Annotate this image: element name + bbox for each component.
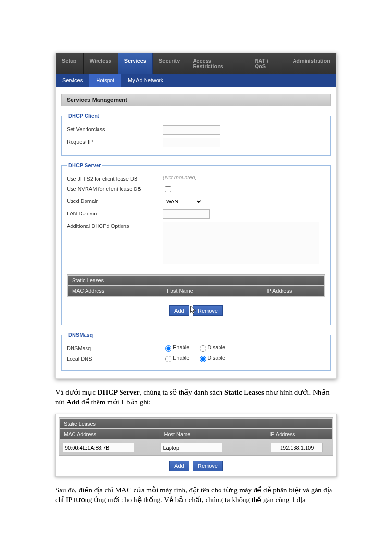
radio-dnsmasq-enable[interactable] — [165, 345, 172, 352]
static-leases-title-2: Static Leases — [60, 419, 332, 428]
radio-label-enable: Enable — [173, 355, 189, 361]
static-leases-box: Static Leases MAC Address Host Name IP A… — [67, 274, 325, 297]
label-lan-domain: LAN Domain — [67, 209, 163, 216]
legend-dhcp-server: DHCP Server — [67, 163, 102, 168]
input-lease-host[interactable] — [161, 443, 222, 452]
tab-wireless[interactable]: Wireless — [84, 53, 118, 74]
col-mac-address: MAC Address — [68, 286, 163, 296]
col-ip-address: IP Address — [262, 286, 324, 296]
remove-button-2[interactable]: Remove — [193, 461, 223, 471]
label-additional-dhcpd-options: Additional DHCPd Options — [67, 222, 163, 229]
col-host-name-2: Host Name — [160, 429, 266, 439]
tab-nat-qos[interactable]: NAT / QoS — [248, 53, 286, 74]
radio-dnsmasq-disable[interactable] — [200, 345, 206, 352]
label-jffs2: Use JFFS2 for client lease DB — [67, 175, 163, 182]
static-leases-header: MAC Address Host Name IP Address — [68, 286, 324, 296]
main-nav: Setup Wireless Services Security Access … — [56, 53, 336, 74]
legend-dhcp-client: DHCP Client — [67, 113, 101, 119]
input-lease-mac[interactable] — [63, 443, 134, 452]
label-nvram: Use NVRAM for client lease DB — [67, 185, 163, 192]
add-button[interactable]: Add — [169, 305, 189, 316]
add-button-2[interactable]: Add — [169, 461, 189, 471]
group-dhcp-client: DHCP Client Set Vendorclass Request IP — [61, 113, 331, 156]
static-leases-title: Static Leases — [68, 276, 324, 285]
subtab-hotspot[interactable]: Hotspot — [89, 74, 121, 87]
tab-administration[interactable]: Administration — [286, 53, 336, 74]
label-local-dns: Local DNS — [67, 354, 163, 362]
radio-label-disable: Disable — [208, 355, 225, 361]
radio-localdns-disable[interactable] — [200, 356, 206, 362]
radio-group-dnsmasq: Enable Disable — [163, 344, 325, 352]
input-request-ip[interactable] — [163, 138, 220, 147]
tab-security[interactable]: Security — [153, 53, 186, 74]
body-paragraph-2: Sau đó, điền địa chỉ MAC của mỗi máy tín… — [55, 485, 337, 505]
input-set-vendorclass[interactable] — [163, 125, 220, 135]
col-host-name: Host Name — [163, 286, 263, 296]
label-dnsmasq: DNSMasq — [67, 344, 163, 351]
group-dhcp-server: DHCP Server Use JFFS2 for client lease D… — [61, 163, 331, 325]
subtab-my-ad-network[interactable]: My Ad Network — [121, 74, 170, 87]
radio-label-disable: Disable — [208, 344, 225, 350]
static-leases-row — [60, 439, 332, 454]
subtab-services[interactable]: Services — [56, 74, 89, 87]
tab-services[interactable]: Services — [118, 53, 153, 74]
router-admin-screenshot-1: Setup Wireless Services Security Access … — [55, 53, 337, 379]
radio-localdns-enable[interactable] — [165, 356, 172, 362]
static-leases-box-2: Static Leases MAC Address Host Name IP A… — [59, 417, 333, 456]
col-ip-address-2: IP Address — [266, 429, 332, 439]
col-mac-address-2: MAC Address — [60, 429, 160, 439]
static-leases-header-2: MAC Address Host Name IP Address — [60, 429, 332, 439]
label-used-domain: Used Domain — [67, 197, 163, 204]
label-set-vendorclass: Set Vendorclass — [67, 125, 163, 132]
select-used-domain[interactable]: WAN — [163, 197, 203, 206]
leases-buttons-2: Add Remove — [59, 456, 333, 473]
checkbox-nvram[interactable] — [165, 186, 171, 192]
tab-setup[interactable]: Setup — [56, 53, 84, 74]
group-dnsmasq: DNSMasq DNSMasq Enable Disable Local DNS… — [61, 332, 331, 371]
remove-button[interactable]: Remove — [193, 305, 223, 316]
input-lan-domain[interactable] — [163, 209, 210, 219]
legend-dnsmasq: DNSMasq — [67, 332, 94, 338]
static-leases-screenshot-2: Static Leases MAC Address Host Name IP A… — [55, 414, 337, 477]
leases-buttons: Add Remove — [67, 297, 325, 318]
status-jffs2-not-mounted: (Not mounted) — [163, 175, 325, 180]
textarea-additional-dhcpd-options[interactable] — [163, 222, 319, 264]
label-request-ip: Request IP — [67, 138, 163, 145]
sub-nav: Services Hotspot My Ad Network — [56, 74, 336, 87]
section-title: Services Management — [61, 94, 331, 106]
radio-group-local-dns: Enable Disable — [163, 354, 325, 362]
tab-access-restrictions[interactable]: Access Restrictions — [186, 53, 248, 74]
radio-label-enable: Enable — [173, 344, 189, 350]
body-paragraph-1: Và dưới mục DHCP Server, chúng ta sẽ thấ… — [55, 388, 337, 407]
input-lease-ip[interactable] — [271, 443, 323, 452]
